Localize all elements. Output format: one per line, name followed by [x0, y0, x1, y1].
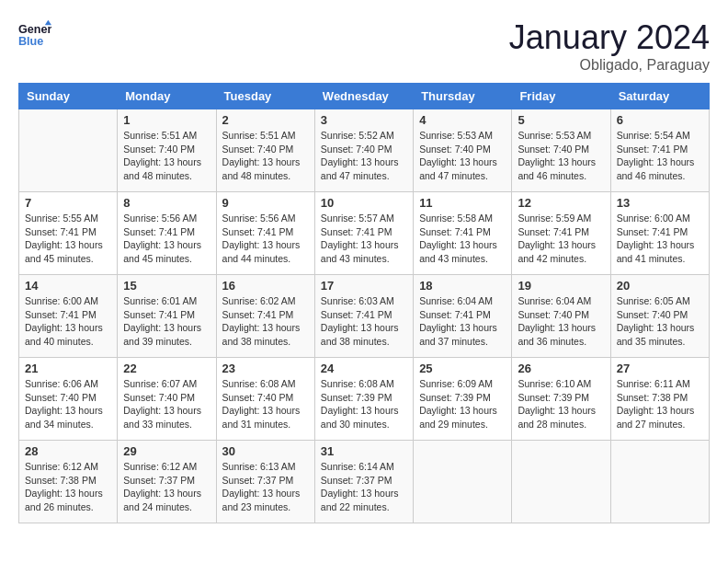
col-friday: Friday — [512, 84, 610, 109]
day-number: 7 — [25, 196, 111, 210]
day-info: Sunrise: 5:55 AMSunset: 7:41 PMDaylight:… — [25, 212, 111, 266]
table-row — [512, 441, 610, 523]
table-row: 14Sunrise: 6:00 AMSunset: 7:41 PMDayligh… — [19, 275, 118, 358]
table-row: 3Sunrise: 5:52 AMSunset: 7:40 PMDaylight… — [314, 109, 413, 192]
day-info: Sunrise: 6:12 AMSunset: 7:37 PMDaylight:… — [123, 460, 210, 514]
logo-icon: General Blue — [18, 18, 51, 52]
table-row: 31Sunrise: 6:14 AMSunset: 7:37 PMDayligh… — [314, 441, 413, 523]
day-number: 26 — [518, 362, 604, 375]
day-info: Sunrise: 5:51 AMSunset: 7:40 PMDaylight:… — [222, 129, 309, 183]
day-info: Sunrise: 5:59 AMSunset: 7:41 PMDaylight:… — [518, 212, 604, 266]
calendar-week-row: 1Sunrise: 5:51 AMSunset: 7:40 PMDaylight… — [19, 109, 710, 192]
day-number: 21 — [25, 362, 111, 375]
day-number: 15 — [123, 279, 210, 293]
location-subtitle: Obligado, Paraguay — [509, 57, 710, 74]
table-row: 24Sunrise: 6:08 AMSunset: 7:39 PMDayligh… — [314, 358, 413, 441]
day-info: Sunrise: 6:06 AMSunset: 7:40 PMDaylight:… — [25, 377, 111, 431]
day-number: 5 — [518, 113, 604, 127]
day-number: 29 — [123, 444, 210, 458]
table-row: 18Sunrise: 6:04 AMSunset: 7:41 PMDayligh… — [414, 275, 512, 358]
day-info: Sunrise: 6:08 AMSunset: 7:39 PMDaylight:… — [321, 377, 407, 431]
day-info: Sunrise: 5:58 AMSunset: 7:41 PMDaylight:… — [419, 212, 506, 266]
day-number: 28 — [25, 444, 111, 458]
day-info: Sunrise: 6:04 AMSunset: 7:40 PMDaylight:… — [518, 294, 604, 349]
calendar-week-row: 7Sunrise: 5:55 AMSunset: 7:41 PMDaylight… — [19, 192, 710, 275]
day-number: 4 — [419, 113, 506, 127]
day-info: Sunrise: 6:00 AMSunset: 7:41 PMDaylight:… — [25, 294, 111, 349]
day-info: Sunrise: 5:53 AMSunset: 7:40 PMDaylight:… — [419, 129, 506, 183]
day-number: 14 — [25, 279, 111, 293]
day-number: 9 — [222, 196, 309, 210]
table-row: 10Sunrise: 5:57 AMSunset: 7:41 PMDayligh… — [314, 192, 413, 275]
table-row — [610, 441, 709, 523]
day-number: 8 — [123, 196, 210, 210]
day-info: Sunrise: 5:53 AMSunset: 7:40 PMDaylight:… — [518, 129, 604, 183]
table-row: 16Sunrise: 6:02 AMSunset: 7:41 PMDayligh… — [216, 275, 314, 358]
col-wednesday: Wednesday — [314, 84, 413, 109]
table-row: 19Sunrise: 6:04 AMSunset: 7:40 PMDayligh… — [512, 275, 610, 358]
day-number: 25 — [419, 362, 506, 375]
day-info: Sunrise: 5:54 AMSunset: 7:41 PMDaylight:… — [617, 129, 703, 183]
day-info: Sunrise: 6:13 AMSunset: 7:37 PMDaylight:… — [222, 460, 309, 514]
table-row: 30Sunrise: 6:13 AMSunset: 7:37 PMDayligh… — [216, 441, 314, 523]
day-info: Sunrise: 6:01 AMSunset: 7:41 PMDaylight:… — [123, 294, 210, 349]
day-number: 18 — [419, 279, 506, 293]
day-number: 1 — [123, 113, 210, 127]
day-number: 11 — [419, 196, 506, 210]
day-number: 22 — [123, 362, 210, 375]
table-row: 9Sunrise: 5:56 AMSunset: 7:41 PMDaylight… — [216, 192, 314, 275]
day-number: 10 — [321, 196, 407, 210]
day-number: 16 — [222, 279, 309, 293]
day-info: Sunrise: 6:02 AMSunset: 7:41 PMDaylight:… — [222, 294, 309, 349]
col-sunday: Sunday — [19, 84, 118, 109]
svg-text:Blue: Blue — [18, 35, 43, 48]
table-row — [414, 441, 512, 523]
day-number: 13 — [617, 196, 703, 210]
table-row: 11Sunrise: 5:58 AMSunset: 7:41 PMDayligh… — [414, 192, 512, 275]
col-monday: Monday — [118, 84, 216, 109]
day-number: 20 — [617, 279, 703, 293]
table-row: 2Sunrise: 5:51 AMSunset: 7:40 PMDaylight… — [216, 109, 314, 192]
day-number: 19 — [518, 279, 604, 293]
day-number: 3 — [321, 113, 407, 127]
day-info: Sunrise: 6:03 AMSunset: 7:41 PMDaylight:… — [321, 294, 407, 349]
calendar-week-row: 28Sunrise: 6:12 AMSunset: 7:38 PMDayligh… — [19, 441, 710, 523]
day-info: Sunrise: 6:14 AMSunset: 7:37 PMDaylight:… — [321, 460, 407, 514]
month-title: January 2024 — [509, 18, 710, 57]
table-row: 7Sunrise: 5:55 AMSunset: 7:41 PMDaylight… — [19, 192, 118, 275]
table-row: 29Sunrise: 6:12 AMSunset: 7:37 PMDayligh… — [118, 441, 216, 523]
day-info: Sunrise: 5:56 AMSunset: 7:41 PMDaylight:… — [123, 212, 210, 266]
table-row: 25Sunrise: 6:09 AMSunset: 7:39 PMDayligh… — [414, 358, 512, 441]
day-info: Sunrise: 6:09 AMSunset: 7:39 PMDaylight:… — [419, 377, 506, 431]
calendar-table: Sunday Monday Tuesday Wednesday Thursday… — [18, 83, 710, 523]
table-row: 23Sunrise: 6:08 AMSunset: 7:40 PMDayligh… — [216, 358, 314, 441]
table-row: 5Sunrise: 5:53 AMSunset: 7:40 PMDaylight… — [512, 109, 610, 192]
day-number: 24 — [321, 362, 407, 375]
table-row: 1Sunrise: 5:51 AMSunset: 7:40 PMDaylight… — [118, 109, 216, 192]
calendar-week-row: 14Sunrise: 6:00 AMSunset: 7:41 PMDayligh… — [19, 275, 710, 358]
table-row: 27Sunrise: 6:11 AMSunset: 7:38 PMDayligh… — [610, 358, 709, 441]
day-info: Sunrise: 6:07 AMSunset: 7:40 PMDaylight:… — [123, 377, 210, 431]
table-row — [19, 109, 118, 192]
day-number: 17 — [321, 279, 407, 293]
table-row: 13Sunrise: 6:00 AMSunset: 7:41 PMDayligh… — [610, 192, 709, 275]
day-number: 30 — [222, 444, 309, 458]
table-row: 20Sunrise: 6:05 AMSunset: 7:40 PMDayligh… — [610, 275, 709, 358]
table-row: 28Sunrise: 6:12 AMSunset: 7:38 PMDayligh… — [19, 441, 118, 523]
table-row: 26Sunrise: 6:10 AMSunset: 7:39 PMDayligh… — [512, 358, 610, 441]
day-number: 12 — [518, 196, 604, 210]
day-info: Sunrise: 6:10 AMSunset: 7:39 PMDaylight:… — [518, 377, 604, 431]
col-thursday: Thursday — [414, 84, 512, 109]
table-row: 8Sunrise: 5:56 AMSunset: 7:41 PMDaylight… — [118, 192, 216, 275]
table-row: 4Sunrise: 5:53 AMSunset: 7:40 PMDaylight… — [414, 109, 512, 192]
table-row: 22Sunrise: 6:07 AMSunset: 7:40 PMDayligh… — [118, 358, 216, 441]
day-info: Sunrise: 5:52 AMSunset: 7:40 PMDaylight:… — [321, 129, 407, 183]
day-info: Sunrise: 6:05 AMSunset: 7:40 PMDaylight:… — [617, 294, 703, 349]
day-number: 27 — [617, 362, 703, 375]
col-saturday: Saturday — [610, 84, 709, 109]
day-number: 23 — [222, 362, 309, 375]
header-row: Sunday Monday Tuesday Wednesday Thursday… — [19, 84, 710, 109]
day-info: Sunrise: 5:56 AMSunset: 7:41 PMDaylight:… — [222, 212, 309, 266]
logo: General Blue — [18, 18, 51, 52]
table-row: 17Sunrise: 6:03 AMSunset: 7:41 PMDayligh… — [314, 275, 413, 358]
